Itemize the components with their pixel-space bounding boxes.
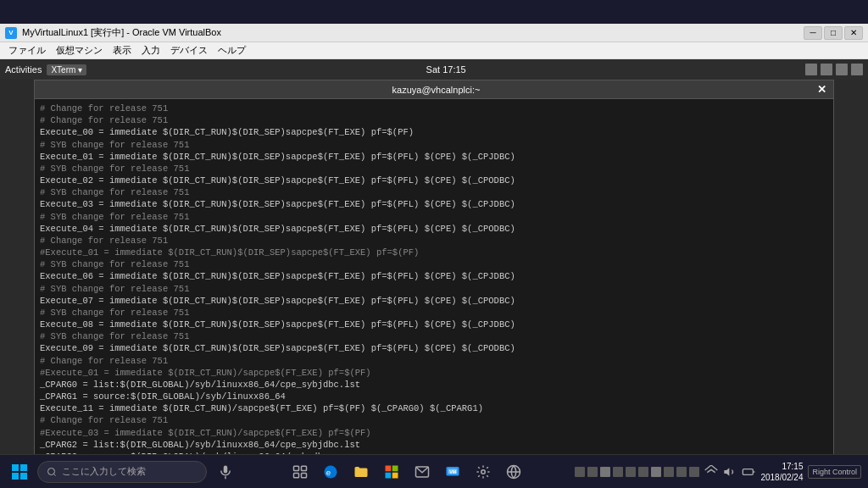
menu-file[interactable]: ファイル bbox=[3, 44, 51, 57]
taskbar-clock: 17:15 2018/02/24 bbox=[760, 461, 803, 483]
vbox-menubar: ファイル 仮想マシン 表示 入力 デバイス ヘルプ bbox=[0, 42, 868, 59]
svg-rect-4 bbox=[294, 466, 299, 470]
inner-tray-icon-3 bbox=[836, 64, 848, 75]
inner-gnome-bar: Activities XTerm ▾ Sat 17:15 bbox=[0, 59, 868, 80]
svg-point-18 bbox=[481, 469, 486, 474]
svg-rect-11 bbox=[392, 465, 398, 471]
tray-icon-5 bbox=[626, 467, 636, 477]
store-icon bbox=[384, 464, 399, 480]
vbox-titlebar: V MyVirtualLinux1 [実行中] - Oracle VM Virt… bbox=[0, 24, 868, 42]
svg-line-1 bbox=[53, 474, 55, 475]
menu-input[interactable]: 入力 bbox=[136, 44, 165, 57]
svg-rect-6 bbox=[294, 473, 299, 477]
inner-tray-icon-4 bbox=[851, 64, 863, 75]
svg-rect-12 bbox=[386, 472, 392, 478]
terminal-close-button[interactable]: ✕ bbox=[817, 84, 826, 95]
store-button[interactable] bbox=[378, 458, 405, 485]
svg-text:e: e bbox=[326, 467, 331, 476]
edge-button[interactable]: e bbox=[317, 458, 344, 485]
tray-icon-8 bbox=[664, 467, 674, 477]
taskbar-app1-button[interactable] bbox=[470, 458, 497, 485]
inner-xterm-dropdown-icon: ▾ bbox=[78, 65, 82, 75]
tray-icon-2 bbox=[587, 467, 598, 477]
vm-screen: Activities XTerm ▾ Sat 17:15 kazuya@vhca… bbox=[0, 59, 868, 464]
mail-button[interactable] bbox=[409, 458, 436, 485]
inner-gnome-left: Activities XTerm ▾ bbox=[5, 64, 86, 75]
inner-gnome-right bbox=[805, 64, 863, 75]
svg-marker-21 bbox=[725, 468, 730, 475]
vbox-taskbar-button[interactable]: VM bbox=[439, 458, 466, 485]
taskbar-left: ここに入力して検索 bbox=[7, 458, 239, 485]
taskbar: ここに入力して検索 e bbox=[0, 454, 868, 488]
virtualbox-window: V MyVirtualLinux1 [実行中] - Oracle VM Virt… bbox=[0, 24, 868, 464]
file-explorer-button[interactable] bbox=[348, 458, 375, 485]
tray-icon-1 bbox=[575, 467, 585, 477]
minimize-button[interactable]: ─ bbox=[804, 26, 822, 40]
menu-devices[interactable]: デバイス bbox=[165, 44, 213, 57]
sys-tray-area bbox=[575, 467, 699, 477]
svg-rect-13 bbox=[392, 472, 398, 478]
taskbar-app2-button[interactable] bbox=[500, 458, 527, 485]
vbox-titlebar-left: V MyVirtualLinux1 [実行中] - Oracle VM Virt… bbox=[5, 26, 221, 39]
vbox-window-controls: ─ □ ✕ bbox=[804, 26, 863, 40]
svg-rect-7 bbox=[302, 473, 307, 477]
gear-icon bbox=[476, 464, 491, 480]
terminal-body[interactable]: # Change for release 751 # Change for re… bbox=[35, 99, 833, 455]
tray-icon-3 bbox=[600, 467, 610, 477]
microphone-icon bbox=[218, 464, 233, 480]
menu-help[interactable]: ヘルプ bbox=[213, 44, 251, 57]
taskbar-search-box[interactable]: ここに入力して検索 bbox=[37, 461, 207, 483]
mail-icon bbox=[415, 464, 430, 480]
terminal-titlebar: kazuya@vhcalnplci:~ ✕ bbox=[35, 80, 833, 99]
inner-activities-button[interactable]: Activities bbox=[5, 64, 42, 75]
inner-xterm-label: XTerm bbox=[51, 65, 75, 75]
menu-machine[interactable]: 仮想マシン bbox=[51, 44, 108, 57]
tray-icon-4 bbox=[613, 467, 623, 477]
windows-logo-icon bbox=[12, 464, 27, 480]
task-view-icon bbox=[292, 464, 308, 480]
inner-tray-icon-2 bbox=[821, 64, 832, 75]
edge-icon: e bbox=[323, 464, 338, 480]
inner-xterm-button[interactable]: XTerm ▾ bbox=[47, 64, 86, 75]
taskbar-time: 17:15 bbox=[782, 461, 803, 472]
menu-view[interactable]: 表示 bbox=[108, 44, 136, 57]
vbox-title: MyVirtualLinux1 [実行中] - Oracle VM Virtua… bbox=[22, 26, 221, 39]
network-status-icon bbox=[704, 465, 718, 479]
win-logo-cell-1 bbox=[12, 464, 19, 471]
tray-icon-9 bbox=[676, 467, 687, 477]
svg-rect-10 bbox=[386, 465, 392, 471]
svg-point-0 bbox=[48, 468, 55, 474]
search-icon bbox=[47, 467, 57, 477]
taskbar-center: e bbox=[287, 458, 527, 485]
task-view-button[interactable] bbox=[287, 458, 314, 485]
close-button[interactable]: ✕ bbox=[844, 26, 863, 40]
vbox-icon: V bbox=[5, 27, 17, 39]
svg-rect-2 bbox=[224, 465, 228, 473]
start-button[interactable] bbox=[7, 459, 32, 485]
win-logo-cell-2 bbox=[20, 464, 27, 471]
svg-rect-5 bbox=[302, 466, 307, 470]
network-icon bbox=[506, 464, 521, 480]
inner-gnome-datetime: Sat 17:15 bbox=[426, 64, 466, 75]
folder-icon bbox=[353, 464, 369, 480]
inner-tray-icon-1 bbox=[805, 64, 817, 75]
vbox-taskbar-icon: VM bbox=[445, 464, 460, 480]
terminal-window: kazuya@vhcalnplci:~ ✕ # Change for relea… bbox=[34, 80, 834, 456]
tray-icon-7 bbox=[651, 467, 661, 477]
svg-text:VM: VM bbox=[449, 469, 457, 474]
tray-icon-6 bbox=[638, 467, 648, 477]
taskbar-search-placeholder: ここに入力して検索 bbox=[62, 465, 146, 478]
volume-icon bbox=[723, 465, 737, 479]
power-icon bbox=[742, 465, 755, 479]
terminal-title: kazuya@vhcalnplci:~ bbox=[55, 85, 817, 95]
tray-icon-10 bbox=[689, 467, 699, 477]
taskbar-mic-icon[interactable] bbox=[212, 458, 239, 485]
taskbar-date: 2018/02/24 bbox=[760, 472, 803, 483]
restore-button[interactable]: □ bbox=[824, 26, 843, 40]
svg-rect-22 bbox=[743, 469, 754, 474]
win-logo-cell-4 bbox=[20, 473, 27, 480]
right-control-label: Right Control bbox=[808, 465, 861, 479]
taskbar-right: 17:15 2018/02/24 Right Control bbox=[575, 461, 861, 483]
win-logo-cell-3 bbox=[12, 473, 19, 480]
